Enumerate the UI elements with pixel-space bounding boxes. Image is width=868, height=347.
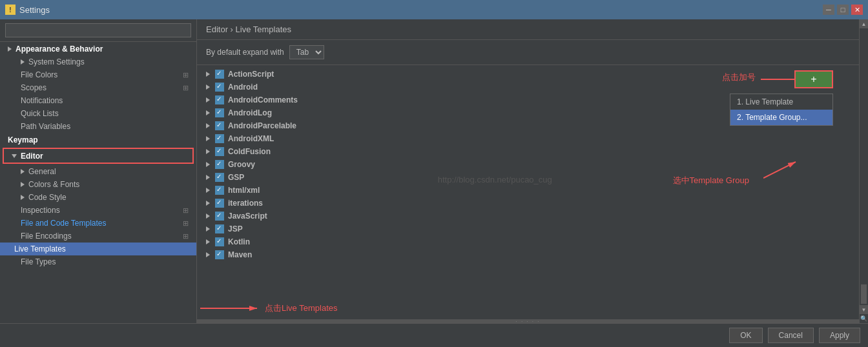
template-item[interactable]: Android xyxy=(197,81,859,94)
minimize-button[interactable]: ─ xyxy=(823,5,834,15)
dropdown-live-template[interactable]: 1. Live Template xyxy=(730,94,832,110)
template-name: Android xyxy=(228,83,258,92)
add-button[interactable]: + xyxy=(794,70,833,88)
template-name: iterations xyxy=(228,199,263,208)
template-name: Maven xyxy=(228,250,252,259)
apply-button[interactable]: Apply xyxy=(819,328,860,343)
sidebar-item-file-encodings[interactable]: File Encodings ⊞ xyxy=(0,230,196,243)
expand-icon xyxy=(21,195,25,200)
sidebar-item-label: File Encodings xyxy=(21,232,72,241)
resize-handle[interactable]: · · · · · xyxy=(197,319,859,323)
search-input[interactable] xyxy=(5,23,191,37)
sidebar-item-scopes[interactable]: Scopes ⊞ xyxy=(0,81,196,94)
sidebar-item-label: General xyxy=(28,167,56,176)
sidebar-item-label: Code Style xyxy=(28,193,67,202)
expand-icon xyxy=(21,182,25,187)
sidebar-item-system-settings[interactable]: System Settings xyxy=(0,55,196,68)
template-item[interactable]: JavaScript xyxy=(197,210,859,223)
expand-icon xyxy=(206,136,210,141)
sidebar-item-colors-fonts[interactable]: Colors & Fonts xyxy=(0,178,196,191)
expand-icon xyxy=(206,162,210,167)
expand-icon xyxy=(21,59,25,64)
check-icon xyxy=(215,212,224,221)
template-icon: ⊞ xyxy=(183,219,189,228)
window-controls: ─ □ ✕ xyxy=(823,5,863,15)
sidebar-item-label: System Settings xyxy=(28,57,85,66)
app-icon: ! xyxy=(5,5,16,15)
expand-icon xyxy=(206,123,210,128)
scope-icon: ⊞ xyxy=(183,84,189,92)
inspect-icon: ⊞ xyxy=(183,206,189,215)
scroll-down-btn[interactable]: ▼ xyxy=(860,305,868,314)
template-item[interactable]: html/xml xyxy=(197,184,859,197)
sidebar-item-label: File Colors xyxy=(21,70,57,79)
template-item[interactable]: JSP xyxy=(197,223,859,235)
sidebar-item-label: Path Variables xyxy=(21,122,70,131)
template-name: GSP xyxy=(228,173,244,182)
expand-icon xyxy=(8,46,12,52)
sidebar-item-label: Appearance & Behavior xyxy=(16,45,103,54)
restore-button[interactable]: □ xyxy=(837,5,849,15)
check-icon xyxy=(215,147,224,156)
close-button[interactable]: ✕ xyxy=(851,5,863,15)
sidebar-item-appearance[interactable]: Appearance & Behavior xyxy=(0,42,196,55)
sidebar-content: Appearance & Behavior System Settings Fi… xyxy=(0,42,196,323)
dropdown-template-group[interactable]: 2. Template Group... xyxy=(730,110,832,125)
expand-icon xyxy=(12,154,17,158)
sidebar-item-label: Quick Lists xyxy=(21,109,59,118)
right-scrollbar: ▲ ▼ 🔍 xyxy=(859,19,868,323)
sidebar-item-file-code-templates[interactable]: File and Code Templates ⊞ xyxy=(0,217,196,230)
template-name: JavaScript xyxy=(228,212,267,221)
expand-icon xyxy=(206,175,210,180)
sidebar-item-live-templates[interactable]: Live Templates xyxy=(0,243,196,255)
ok-button[interactable]: OK xyxy=(729,328,762,343)
template-item[interactable]: iterations xyxy=(197,197,859,210)
search-bar xyxy=(0,19,196,42)
template-item[interactable]: GSP xyxy=(197,171,859,184)
sidebar-item-editor[interactable]: Editor xyxy=(4,149,192,163)
sidebar-item-keymap[interactable]: Keymap xyxy=(0,133,196,146)
sidebar-item-file-colors[interactable]: File Colors ⊞ xyxy=(0,68,196,81)
check-icon xyxy=(215,160,224,169)
sidebar-item-inspections[interactable]: Inspections ⊞ xyxy=(0,204,196,217)
cancel-button[interactable]: Cancel xyxy=(768,328,814,343)
expand-icon xyxy=(206,84,210,90)
scrollbar-track xyxy=(861,284,867,304)
sidebar-item-quick-lists[interactable]: Quick Lists xyxy=(0,107,196,120)
expand-icon xyxy=(206,226,210,232)
sidebar-item-label: Keymap xyxy=(8,135,38,144)
scroll-up-btn[interactable]: ▲ xyxy=(860,19,868,28)
check-icon xyxy=(215,224,224,233)
check-icon xyxy=(215,95,224,104)
dropdown-menu: 1. Live Template 2. Template Group... xyxy=(730,94,833,126)
template-name: ColdFusion xyxy=(228,147,271,156)
sidebar-item-path-variables[interactable]: Path Variables xyxy=(0,120,196,133)
template-item[interactable]: AndroidXML xyxy=(197,132,859,145)
check-icon xyxy=(215,199,224,208)
template-name: Kotlin xyxy=(228,237,250,246)
template-item[interactable]: Groovy xyxy=(197,158,859,171)
template-name: ActionScript xyxy=(228,70,274,79)
breadcrumb: Editor › Live Templates xyxy=(197,19,859,40)
template-item[interactable]: Maven xyxy=(197,248,859,261)
check-icon xyxy=(215,108,224,117)
check-icon xyxy=(215,70,224,79)
template-item[interactable]: ActionScript xyxy=(197,68,859,81)
expand-icon xyxy=(206,252,210,257)
template-item[interactable]: Kotlin xyxy=(197,235,859,248)
sidebar-item-code-style[interactable]: Code Style xyxy=(0,191,196,204)
expand-icon xyxy=(206,110,210,115)
sidebar-item-notifications[interactable]: Notifications xyxy=(0,94,196,107)
search-button-right[interactable]: 🔍 xyxy=(860,314,868,323)
sidebar-item-general[interactable]: General xyxy=(0,165,196,178)
sidebar-item-file-types[interactable]: File Types xyxy=(0,255,196,268)
check-icon xyxy=(215,134,224,143)
sidebar-item-label: File and Code Templates xyxy=(21,219,107,228)
expand-icon xyxy=(206,201,210,206)
expand-icon xyxy=(206,239,210,244)
expand-select[interactable]: Tab xyxy=(289,45,324,59)
sidebar-item-label: Scopes xyxy=(21,83,46,92)
template-item[interactable]: ColdFusion xyxy=(197,145,859,158)
scroll-thumb[interactable] xyxy=(860,28,868,283)
expand-icon xyxy=(206,149,210,154)
